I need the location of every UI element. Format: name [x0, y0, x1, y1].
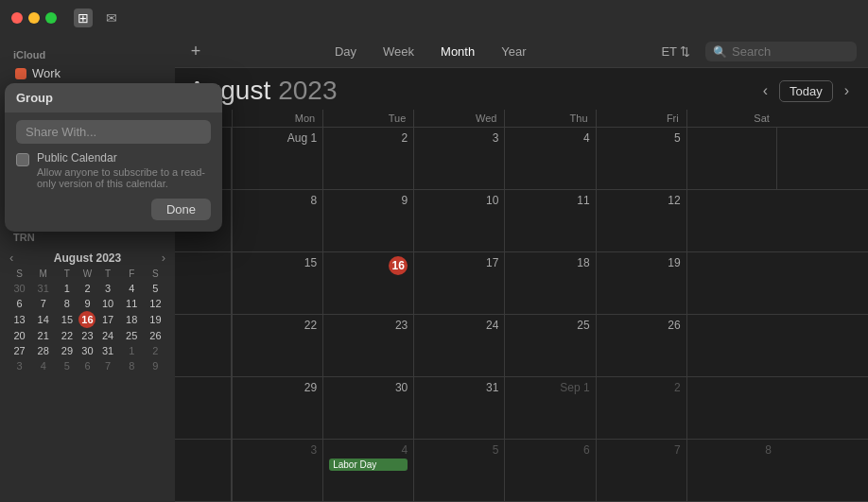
mini-cal-day[interactable]: 21: [31, 328, 55, 343]
mini-cal-day[interactable]: 29: [55, 343, 78, 358]
cal-day-25[interactable]: 25: [504, 315, 595, 376]
mini-cal-day[interactable]: 7: [31, 296, 55, 311]
labor-day-event[interactable]: Labor Day: [329, 459, 408, 471]
tab-year[interactable]: Year: [488, 42, 539, 61]
sidebar-item-work[interactable]: Work: [6, 63, 169, 83]
group-popup[interactable]: Group Public Calendar Allow anyone to su…: [5, 83, 222, 232]
mini-cal-day[interactable]: 9: [144, 358, 167, 373]
mini-cal-day[interactable]: 20: [8, 328, 31, 343]
cal-day-30[interactable]: 30: [322, 377, 413, 439]
cal-day-sat2[interactable]: [686, 190, 777, 251]
cal-day-10[interactable]: 10: [413, 190, 504, 251]
search-input[interactable]: [732, 44, 849, 59]
cal-day-31[interactable]: 31: [413, 377, 504, 439]
cal-day-8[interactable]: 8: [232, 190, 322, 251]
cal-day-15[interactable]: 15: [232, 252, 322, 314]
tab-week[interactable]: Week: [370, 42, 427, 61]
mini-cal-day[interactable]: 8: [120, 358, 144, 373]
share-with-input[interactable]: [16, 120, 211, 144]
cal-day-sep3[interactable]: 3: [232, 440, 322, 501]
cal-day-24[interactable]: 24: [413, 315, 504, 376]
mini-cal-day[interactable]: 5: [55, 358, 78, 373]
cal-day-sep2[interactable]: 2: [596, 377, 686, 439]
cal-day-17[interactable]: 17: [413, 252, 504, 314]
add-event-button[interactable]: +: [186, 43, 205, 61]
mini-cal-day[interactable]: 28: [31, 343, 55, 358]
cal-day-sep5[interactable]: 5: [413, 440, 504, 501]
cal-prev-button[interactable]: ‹: [757, 80, 773, 101]
mini-cal-day[interactable]: 6: [78, 358, 95, 373]
mini-cal-day[interactable]: 4: [31, 358, 55, 373]
mini-cal-day[interactable]: 16: [78, 311, 95, 328]
cal-day-sat5[interactable]: [686, 377, 777, 439]
timezone-button[interactable]: ET ⇅: [655, 42, 696, 61]
cal-day-11[interactable]: 11: [504, 190, 595, 251]
mini-cal-day[interactable]: 30: [8, 281, 31, 296]
cal-day-3[interactable]: 3: [413, 128, 504, 189]
mini-cal-day[interactable]: 7: [95, 358, 119, 373]
mini-cal-day[interactable]: 2: [78, 281, 95, 296]
cal-day-22[interactable]: 22: [232, 315, 322, 376]
mini-cal-day[interactable]: 4: [120, 281, 144, 296]
cal-day-29[interactable]: 29: [232, 377, 322, 439]
cal-day-sep8[interactable]: 8: [686, 440, 777, 501]
mini-cal-day[interactable]: 15: [55, 311, 78, 328]
mini-cal-day[interactable]: 13: [8, 311, 31, 328]
maximize-button[interactable]: [45, 12, 57, 24]
cal-day-sep7[interactable]: 7: [596, 440, 686, 501]
minimize-button[interactable]: [28, 12, 40, 24]
mini-cal-day[interactable]: 8: [55, 296, 78, 311]
mini-cal-day[interactable]: 17: [95, 311, 119, 328]
mini-cal-day[interactable]: 10: [95, 296, 119, 311]
search-bar[interactable]: 🔍: [705, 42, 857, 61]
mini-cal-day[interactable]: 24: [95, 328, 119, 343]
mini-cal-day[interactable]: 18: [120, 311, 144, 328]
cal-day-sep6[interactable]: 6: [504, 440, 595, 501]
tab-day[interactable]: Day: [321, 42, 370, 61]
mini-cal-day[interactable]: 14: [31, 311, 55, 328]
mini-cal-day[interactable]: 3: [95, 281, 119, 296]
cal-day-18[interactable]: 18: [504, 252, 595, 314]
popup-done-button[interactable]: Done: [151, 199, 211, 220]
mini-cal-day[interactable]: 2: [144, 343, 167, 358]
cal-day-sat3[interactable]: [686, 252, 777, 314]
mini-cal-day[interactable]: 27: [8, 343, 31, 358]
cal-day-12[interactable]: 12: [596, 190, 686, 251]
mini-cal-day[interactable]: 22: [55, 328, 78, 343]
mini-cal-day[interactable]: 31: [95, 343, 119, 358]
cal-day-aug1[interactable]: Aug 1: [232, 128, 322, 189]
today-button[interactable]: Today: [779, 80, 833, 102]
calendar-view-icon[interactable]: ⊞: [74, 9, 93, 27]
mini-cal-day[interactable]: 11: [120, 296, 144, 311]
mini-cal-day[interactable]: 19: [144, 311, 167, 328]
cal-day-sat4[interactable]: [686, 315, 777, 376]
mini-cal-day[interactable]: 26: [144, 328, 167, 343]
cal-day-2[interactable]: 2: [322, 128, 413, 189]
tab-month[interactable]: Month: [427, 42, 488, 61]
mini-cal-day[interactable]: 25: [120, 328, 144, 343]
public-calendar-checkbox[interactable]: [16, 153, 29, 166]
mini-cal-day[interactable]: 31: [31, 281, 55, 296]
cal-next-button[interactable]: ›: [839, 80, 855, 101]
mini-cal-day[interactable]: 1: [55, 281, 78, 296]
mini-cal-next-button[interactable]: ›: [162, 251, 165, 265]
cal-day-23[interactable]: 23: [322, 315, 413, 376]
cal-day-sat1[interactable]: [686, 128, 777, 189]
mini-cal-day[interactable]: 3: [8, 358, 31, 373]
cal-day-9[interactable]: 9: [322, 190, 413, 251]
mini-cal-day[interactable]: 12: [144, 296, 167, 311]
mini-cal-day[interactable]: 1: [120, 343, 144, 358]
cal-day-19[interactable]: 19: [596, 252, 686, 314]
mini-cal-day[interactable]: 9: [78, 296, 95, 311]
mini-cal-day[interactable]: 23: [78, 328, 95, 343]
close-button[interactable]: [11, 12, 23, 24]
mini-cal-day[interactable]: 6: [8, 296, 31, 311]
cal-day-5[interactable]: 5: [596, 128, 686, 189]
cal-day-sep4[interactable]: 4 Labor Day: [322, 440, 413, 501]
mini-cal-day[interactable]: 30: [78, 343, 95, 358]
cal-day-sep1[interactable]: Sep 1: [504, 377, 595, 439]
cal-day-26[interactable]: 26: [596, 315, 686, 376]
mini-cal-prev-button[interactable]: ‹: [9, 251, 13, 265]
cal-day-4[interactable]: 4: [504, 128, 595, 189]
mail-icon[interactable]: ✉: [102, 9, 121, 27]
